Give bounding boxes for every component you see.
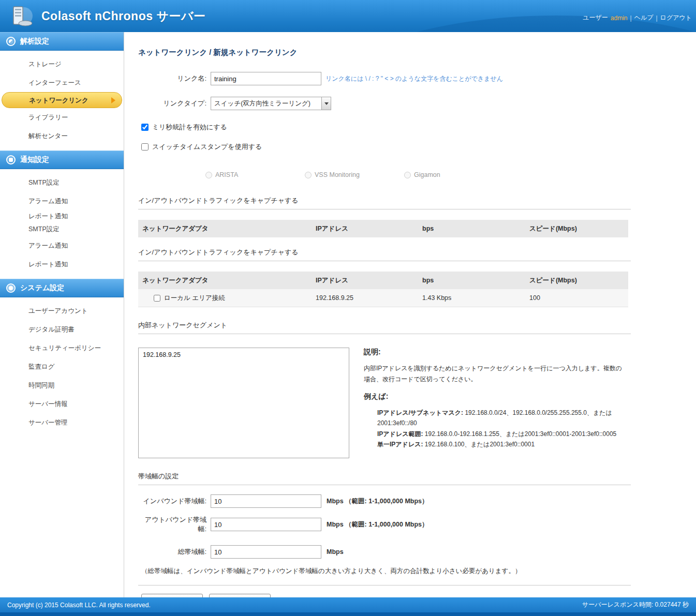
link-type-select[interactable]: スイッチ(双方向性ミラーリング) <box>211 97 331 110</box>
divider <box>138 209 631 209</box>
bandwidth-section-label: 帯域幅の設定 <box>138 472 631 481</box>
analysis-settings-icon <box>6 37 16 46</box>
sidebar-section-notification-settings[interactable]: 通知設定 <box>0 151 124 169</box>
vss-radio[interactable] <box>305 172 312 178</box>
adapter-bps: 1.43 Kbps <box>418 294 525 302</box>
help-link[interactable]: ヘルプ <box>634 13 654 22</box>
outbound-bandwidth-input[interactable] <box>211 518 321 531</box>
sidebar-item-alarm-notify-2[interactable]: アラーム通知 <box>0 236 124 255</box>
inbound-bandwidth-input[interactable] <box>211 494 321 508</box>
example-text: 192.168.0.100、または2001:3ef0::0001 <box>423 441 535 448</box>
adapter-speed: 100 <box>525 294 628 302</box>
separator: | <box>630 14 632 22</box>
local-area-connection-checkbox[interactable] <box>154 295 160 302</box>
sidebar-item-security-policy[interactable]: セキュリティーポリシー <box>0 339 124 357</box>
sidebar-item-server-info[interactable]: サーバー情報 <box>0 395 124 413</box>
sidebar-item-report-notify[interactable]: レポート通知 <box>0 211 124 222</box>
server-logo-icon <box>8 4 35 28</box>
sidebar-item-library[interactable]: ライブラリー <box>0 108 124 127</box>
link-name-label: リンク名: <box>138 74 211 83</box>
footer-bar: Copyright (c) 2015 Colasoft LLC. All rig… <box>0 597 696 612</box>
radio-gigamon[interactable]: Gigamon <box>404 171 504 178</box>
main-content: ネットワークリンク / 新規ネットワークリンク リンク名: リンク名には \ /… <box>125 32 696 597</box>
millisecond-stats-checkbox[interactable] <box>141 124 149 131</box>
notification-settings-items: SMTP設定 アラーム通知 レポート通知 SMTP設定 アラーム通知 レポート通… <box>0 169 124 279</box>
sidebar-item-user-account[interactable]: ユーザーアカウント <box>0 302 124 320</box>
link-type-row: リンクタイプ: スイッチ(双方向性ミラーリング) <box>138 97 631 110</box>
total-bandwidth-row: 総帯域幅: Mbps <box>138 545 631 559</box>
radio-vss-monitoring[interactable]: VSS Monitoring <box>305 171 404 178</box>
adapter-ip: 192.168.9.25 <box>312 294 418 302</box>
millisecond-stats-label: ミリ秒統計を有効にする <box>152 123 227 132</box>
outbound-bandwidth-label: アウトバウンド帯域幅: <box>138 515 211 534</box>
sidebar-item-analysis-center[interactable]: 解析センター <box>0 127 124 145</box>
outbound-bandwidth-row: アウトバウンド帯域幅: Mbps （範囲: 1-1,000,000 Mbps） <box>138 515 631 534</box>
switch-timestamp-checkbox[interactable] <box>141 143 149 151</box>
col-ip-address: IPアドレス <box>312 224 418 233</box>
capture-section-label-2: イン/アウトバウンドトラフィックをキャプチャする <box>138 248 631 257</box>
sidebar-item-interface[interactable]: インターフェース <box>0 73 124 92</box>
vss-label: VSS Monitoring <box>315 171 360 178</box>
dropdown-arrow-icon[interactable] <box>321 97 331 110</box>
timestamp-vendor-radios: ARISTA VSS Monitoring Gigamon <box>205 171 631 178</box>
user-label: ユーザー <box>583 13 608 22</box>
inbound-bandwidth-row: インバウンド帯域幅: Mbps （範囲: 1-1,000,000 Mbps） <box>138 494 631 508</box>
sidebar-item-digital-cert[interactable]: デジタル証明書 <box>0 320 124 339</box>
sidebar-item-alarm-notify[interactable]: アラーム通知 <box>0 192 124 211</box>
selected-item-arrow-icon <box>111 97 115 103</box>
example-item: IPアドレス/サブネットマスク: 192.168.0.0/24、192.168.… <box>377 408 625 429</box>
adapter-cell: ローカル エリア接続 <box>138 294 312 303</box>
link-type-label: リンクタイプ: <box>138 99 211 108</box>
total-bandwidth-label: 総帯域幅: <box>138 547 211 557</box>
col-speed: スピード(Mbps) <box>525 224 628 233</box>
description-body: 内部IPアドレスを識別するためにネットワークセグメントを一行に一つ入力します。複… <box>364 363 625 385</box>
cancel-button[interactable]: キャンセル <box>209 594 271 597</box>
sidebar-section-analysis-settings[interactable]: 解析設定 <box>0 32 124 51</box>
copyright-text: Copyright (c) 2015 Colasoft LLC. All rig… <box>7 602 151 609</box>
user-name-link[interactable]: admin <box>611 14 628 22</box>
adapter-table-2: ネットワークアダプタ IPアドレス bps スピード(Mbps) ローカル エリ… <box>138 272 628 307</box>
sidebar-section-system-settings[interactable]: システム設定 <box>0 279 124 297</box>
radio-arista[interactable]: ARISTA <box>205 171 305 178</box>
link-name-input[interactable] <box>211 72 321 85</box>
sidebar-item-smtp-2[interactable]: SMTP設定 <box>0 222 124 236</box>
adapter-table-header: ネットワークアダプタ IPアドレス bps スピード(Mbps) <box>138 220 628 237</box>
network-segments-textarea[interactable]: 192.168.9.25 <box>138 348 349 458</box>
switch-timestamp-label: スイッチタイムスタンプを使用する <box>152 142 262 152</box>
section-title: 通知設定 <box>20 155 49 164</box>
divider <box>138 485 631 485</box>
gigamon-radio[interactable] <box>404 172 411 178</box>
section-title: システム設定 <box>20 283 64 293</box>
sidebar-item-report-notify-2[interactable]: レポート通知 <box>0 255 124 274</box>
millisecond-stats-row: ミリ秒統計を有効にする <box>141 123 631 132</box>
gigamon-label: Gigamon <box>414 171 440 178</box>
segment-section-label: 内部ネットワークセグメント <box>138 321 631 330</box>
divider <box>138 585 631 585</box>
divider <box>138 261 631 261</box>
analysis-settings-items: ストレージ インターフェース ネットワークリンク ライブラリー 解析センター <box>0 51 124 151</box>
sidebar-item-smtp[interactable]: SMTP設定 <box>0 173 124 192</box>
sidebar-item-server-manage[interactable]: サーバー管理 <box>0 413 124 432</box>
sidebar-item-network-link[interactable]: ネットワークリンク <box>2 92 122 108</box>
segment-area: 192.168.9.25 説明: 内部IPアドレスを識別するためにネットワークセ… <box>138 348 631 458</box>
action-buttons: OK キャンセル <box>141 594 631 597</box>
link-name-hint: リンク名には \ / : ? " < > のような文字を含むことができません <box>325 74 503 83</box>
sidebar: 解析設定 ストレージ インターフェース ネットワークリンク ライブラリー 解析セ… <box>0 32 124 597</box>
arista-radio[interactable] <box>205 172 212 178</box>
ok-button[interactable]: OK <box>141 594 203 597</box>
sidebar-item-time-sync[interactable]: 時間同期 <box>0 376 124 395</box>
system-settings-items: ユーザーアカウント デジタル証明書 セキュリティーポリシー 監査ログ 時間同期 … <box>0 297 124 437</box>
inbound-bandwidth-label: インバウンド帯域幅: <box>138 497 211 506</box>
adapter-name: ローカル エリア接続 <box>164 294 225 303</box>
example-item: IPアドレス範囲: 192.168.0.0-192.168.1.255、または2… <box>377 429 625 439</box>
sidebar-item-audit-log[interactable]: 監査ログ <box>0 357 124 376</box>
logout-link[interactable]: ログアウト <box>660 13 692 22</box>
col-speed: スピード(Mbps) <box>525 276 628 285</box>
sidebar-item-storage[interactable]: ストレージ <box>0 55 124 73</box>
switch-timestamp-row: スイッチタイムスタンプを使用する <box>141 142 631 152</box>
section-title: 解析設定 <box>20 37 49 46</box>
example-label: IPアドレス/サブネットマスク: <box>377 409 463 416</box>
total-bandwidth-input[interactable] <box>211 545 321 559</box>
bandwidth-note: （総帯域幅は、インバウンド帯域幅とアウトバウンド帯域幅の大きい方より大きく、両方… <box>141 567 631 576</box>
link-type-selected-value: スイッチ(双方向性ミラーリング) <box>211 99 321 108</box>
